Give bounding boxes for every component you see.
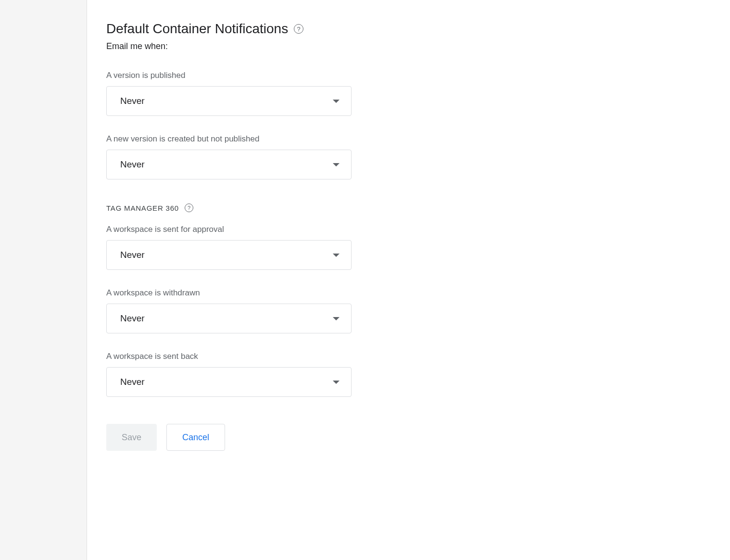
field-workspace-sent-back: A workspace is sent back Never [106,352,711,397]
section-360-heading: TAG MANAGER 360 [106,204,179,212]
main-content: Default Container Notifications ? Email … [87,0,730,560]
field-label: A version is published [106,71,711,80]
select-value: Never [120,159,145,170]
field-label: A workspace is withdrawn [106,288,711,298]
select-value: Never [120,313,145,324]
save-button[interactable]: Save [106,424,157,451]
select-value: Never [120,96,145,106]
select-value: Never [120,250,145,260]
chevron-down-icon [333,317,340,320]
select-version-published[interactable]: Never [106,86,352,116]
help-icon[interactable]: ? [185,204,193,212]
subtitle: Email me when: [106,41,711,51]
field-workspace-approval: A workspace is sent for approval Never [106,225,711,270]
button-row: Save Cancel [106,424,711,451]
field-workspace-withdrawn: A workspace is withdrawn Never [106,288,711,333]
field-version-created: A new version is created but not publish… [106,134,711,179]
chevron-down-icon [333,254,340,257]
section-360-heading-row: TAG MANAGER 360 ? [106,204,711,212]
field-version-published: A version is published Never [106,71,711,116]
select-version-created[interactable]: Never [106,150,352,179]
chevron-down-icon [333,163,340,166]
sidebar [0,0,87,560]
select-value: Never [120,377,145,387]
page-title: Default Container Notifications [106,21,288,37]
field-label: A new version is created but not publish… [106,134,711,144]
help-icon[interactable]: ? [294,24,303,34]
page-title-row: Default Container Notifications ? [106,21,711,37]
select-workspace-sent-back[interactable]: Never [106,367,352,397]
select-workspace-approval[interactable]: Never [106,240,352,270]
chevron-down-icon [333,381,340,384]
field-label: A workspace is sent back [106,352,711,361]
chevron-down-icon [333,100,340,103]
cancel-button[interactable]: Cancel [166,424,225,451]
select-workspace-withdrawn[interactable]: Never [106,304,352,333]
field-label: A workspace is sent for approval [106,225,711,234]
